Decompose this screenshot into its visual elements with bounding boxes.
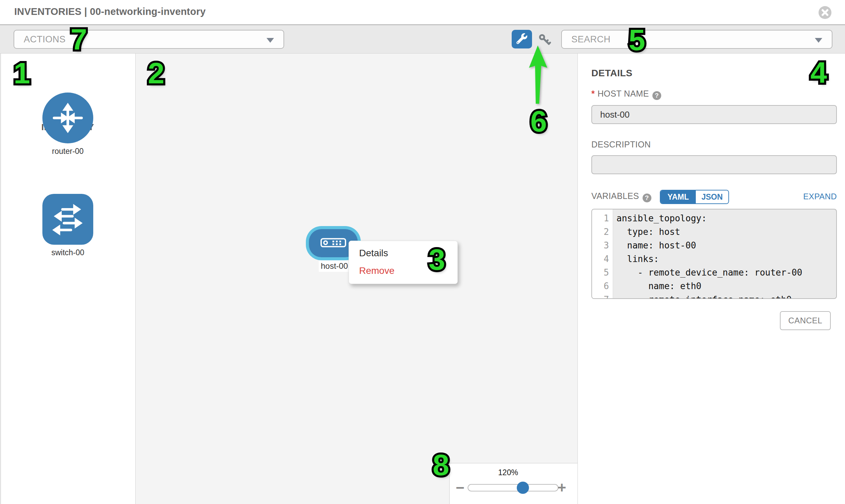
zoom-slider[interactable] [468,484,559,491]
code-line: 2 type: host [592,225,836,239]
description-input[interactable] [592,155,837,174]
device-label: router-00 [42,147,93,156]
page-title: INVENTORIES | 00-networking-inventory [14,6,206,17]
zoom-in-button[interactable]: + [558,480,566,495]
code-line: 7 remote_interface_name: eth0 [592,293,836,299]
code-line: 5 - remote_device_name: router-00 [592,266,836,279]
expand-link[interactable]: EXPAND [797,192,837,201]
toolbar: ACTIONS SEARCH [0,24,845,54]
zoom-control: 120% − + [449,463,578,504]
host-name-label: *HOST NAME? [592,89,661,100]
wrench-icon [516,33,527,46]
search-dropdown-label: SEARCH [562,34,611,45]
header: INVENTORIES | 00-networking-inventory [0,0,845,24]
description-label: DESCRIPTION [592,140,651,149]
zoom-level: 120% [450,468,567,477]
inventory-topology-window: INVENTORIES | 00-networking-inventory AC… [0,0,845,504]
chevron-down-icon [815,38,822,43]
actions-dropdown[interactable]: ACTIONS [14,30,284,49]
server-icon [320,238,347,249]
zoom-out-button[interactable]: − [456,480,464,495]
zoom-slider-handle[interactable] [517,482,529,494]
code-line: 6 name: eth0 [592,279,836,293]
chevron-down-icon [266,38,274,43]
cancel-button[interactable]: CANCEL [780,311,831,330]
help-icon[interactable]: ? [642,194,651,202]
code-line: 4 links: [592,252,836,266]
node-context-menu: Details Remove [349,241,458,284]
variables-format-toggle: YAML JSON [660,190,729,204]
key-credentials-icon[interactable] [538,33,552,47]
code-line: 1ansible_topology: [592,212,836,225]
context-menu-item-remove[interactable]: Remove [349,262,457,280]
close-icon[interactable] [818,6,832,19]
device-label: switch-00 [42,248,93,257]
palette-device-router[interactable]: router-00 [42,92,93,156]
yaml-toggle-button[interactable]: YAML [661,191,696,203]
json-toggle-button[interactable]: JSON [696,191,728,203]
actions-dropdown-label: ACTIONS [14,34,66,45]
required-asterisk: * [592,89,595,98]
search-dropdown[interactable]: SEARCH [561,30,832,49]
variables-code-editor[interactable]: 1ansible_topology: 2 type: host 3 name: … [592,209,837,299]
variables-label: VARIABLES? [592,191,651,202]
code-line: 3 name: host-00 [592,239,836,252]
configure-tools-button[interactable] [512,30,532,49]
switch-arrows-icon [42,194,93,245]
node-host-label: host-00 [319,260,350,272]
host-name-input[interactable] [592,105,837,124]
palette-device-switch[interactable]: switch-00 [42,194,93,257]
context-menu-item-details[interactable]: Details [349,245,457,262]
help-icon[interactable]: ? [652,91,661,100]
details-heading: DETAILS [592,68,632,79]
router-arrows-icon [42,92,93,143]
